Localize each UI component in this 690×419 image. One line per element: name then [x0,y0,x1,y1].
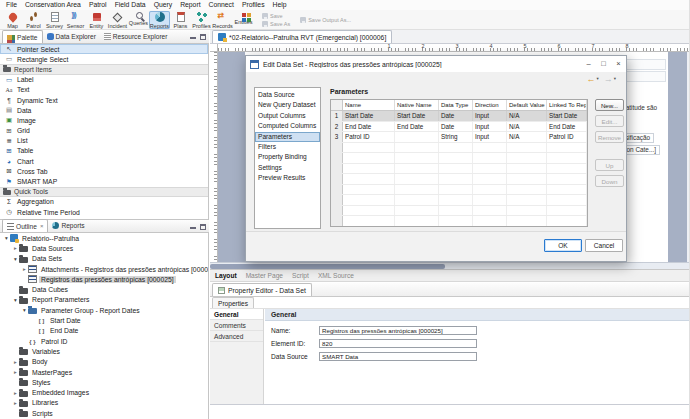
field-value-input[interactable]: SMART Data [319,352,477,361]
toolbar-incident-button[interactable]: Incident [107,11,128,29]
palette-item-cross-tab[interactable]: Cross Tab [0,166,208,176]
property-category-comments[interactable]: Comments [210,320,263,331]
tab-palette[interactable]: Palette [2,30,43,43]
forward-arrow-icon[interactable] [604,74,613,84]
dialog-ok-button[interactable]: OK [544,239,582,252]
toolbar-map-button[interactable]: Map [2,11,23,29]
menu-field-data[interactable]: Field Data [111,0,150,10]
dialog-down-button[interactable]: Down [595,175,624,187]
toolbar-profiles-button[interactable]: Profiles [191,11,212,29]
palette-item-aggregation[interactable]: Aggregation [0,197,208,207]
minimize-view-icon[interactable] [190,224,196,230]
property-category-general[interactable]: General [210,309,263,320]
palette-item-pointer-select[interactable]: Pointer Select [0,44,208,54]
field-value-input[interactable]: 820 [319,339,477,348]
dialog-new-button[interactable]: New... [595,99,624,111]
tree-item-libraries[interactable]: Libraries [0,398,208,408]
palette-item-relative-time-period[interactable]: Relative Time Period [0,207,208,217]
collapse-arrow-icon[interactable] [12,256,19,262]
tab-xml-source[interactable]: XML Source [318,272,354,279]
palette-item-list[interactable]: List [0,136,208,146]
tree-item-relat-rio-patrulha[interactable]: Relatório--Patrulha [0,233,208,243]
toolbar-queries-button[interactable]: Queries [128,11,149,29]
dialog-title-bar[interactable]: Edit Data Set - Registros das pressões a… [246,56,626,72]
dialog-edit-button[interactable]: Edit... [595,115,624,127]
palette-item-chart[interactable]: Chart [0,156,208,166]
palette-item-image[interactable]: Image [0,115,208,125]
parameter-row[interactable]: 3Patrol IDStringInputN/APatrol ID [331,132,587,143]
menu-help[interactable]: Help [269,0,291,10]
palette-item-dynamic-text[interactable]: Dynamic Text [0,95,208,105]
dialog-nav-filters[interactable]: Filters [255,142,320,152]
tree-item-embedded-images[interactable]: Embedded Images [0,387,208,397]
tree-item-patrol-id[interactable]: Patrol ID [0,336,208,346]
toolbar-reports-button[interactable]: Reports [149,11,170,29]
property-category-advanced[interactable]: Advanced [210,331,263,342]
collapse-arrow-icon[interactable] [3,235,10,241]
menu-conservation-area[interactable]: Conservation Area [21,0,85,10]
palette-item-text[interactable]: Text [0,85,208,95]
tree-item-scripts[interactable]: Scripts [0,408,208,418]
menu-connect[interactable]: Connect [205,0,238,10]
tree-item-end-date[interactable]: End Date [0,326,208,336]
back-dropdown-icon[interactable] [596,76,598,81]
toolbar-patrol-button[interactable]: Patrol [23,11,44,29]
menu-file[interactable]: File [2,0,21,10]
toolbar-survey-button[interactable]: Survey [44,11,65,29]
tab-script[interactable]: Script [292,272,309,279]
forward-dropdown-icon[interactable] [614,76,616,81]
toolbar-save-output-as-button[interactable]: Save Output As... [300,11,351,29]
palette-item-smart-map[interactable]: SMART MAP [0,176,208,186]
tree-item-styles[interactable]: Styles [0,377,208,387]
tab-reports[interactable]: Reports [48,219,88,232]
canvas-horizontal-scrollbar[interactable] [210,262,690,269]
dialog-nav-output-columns[interactable]: Output Columns [255,111,320,121]
palette-item-data[interactable]: Data [0,105,208,115]
toolbar-save-as-button[interactable]: Save As [262,21,290,27]
tree-item-variables[interactable]: Variables [0,346,208,356]
toolbar-sensor-button[interactable]: Sensor [65,11,86,29]
palette-item-rectangle-select[interactable]: Rectangle Select [0,54,208,64]
toolbar-save-button[interactable]: Save [262,13,290,19]
dialog-nav-parameters[interactable]: Parameters [255,132,320,142]
tab-master-page[interactable]: Master Page [246,272,283,279]
maximize-view-icon[interactable] [200,224,206,230]
tab-properties[interactable]: Properties [212,297,254,308]
palette-item-table[interactable]: Table [0,146,208,156]
collapse-arrow-icon[interactable] [21,307,28,313]
dialog-nav-data-source[interactable]: Data Source [255,90,320,100]
parameter-row[interactable]: 2End DateEnd DateDateInputN/AEnd Date [331,122,587,133]
tree-item-registros-das-press-es-antr-picas-000025[interactable]: Registros das pressões antrópicas [00002… [0,274,208,284]
close-tab-icon[interactable] [40,223,44,229]
dialog-nav-property-binding[interactable]: Property Binding [255,152,320,162]
expand-arrow-icon[interactable] [21,266,28,272]
expand-arrow-icon[interactable] [12,390,19,396]
dialog-nav-computed-columns[interactable]: Computed Columns [255,121,320,131]
dialog-maximize-button[interactable]: □ [596,56,611,72]
minimize-view-icon[interactable] [190,34,196,40]
expand-arrow-icon[interactable] [12,369,19,375]
property-editor-tab[interactable]: Property Editor - Data Set [212,283,312,296]
dialog-up-button[interactable]: Up [595,159,624,171]
tree-item-data-cubes[interactable]: Data Cubes [0,284,208,294]
maximize-view-icon[interactable] [200,34,206,40]
dialog-remove-button[interactable]: Remove [595,131,624,143]
collapse-arrow-icon[interactable] [12,297,19,303]
menu-profiles[interactable]: Profiles [238,0,269,10]
expand-arrow-icon[interactable] [12,400,19,406]
palette-item-label[interactable]: Label [0,75,208,85]
toolbar-entity-button[interactable]: Entity [86,11,107,29]
expand-arrow-icon[interactable] [12,245,19,251]
toolbar-plans-button[interactable]: Plans [170,11,191,29]
back-arrow-icon[interactable] [586,74,595,84]
editor-tab-report[interactable]: *02-Relatório--Patrulha RVT (Emergencial… [212,30,392,43]
palette-item-grid[interactable]: Grid [0,126,208,136]
tree-item-body[interactable]: Body [0,357,208,367]
tree-item-parameter-group-report-dates[interactable]: Parameter Group - Report Dates [0,305,208,315]
field-value-input[interactable]: Registros das pressões antrópicas [00002… [319,326,477,335]
dialog-nav-preview-results[interactable]: Preview Results [255,173,320,183]
toolbar-entities-button[interactable]: Entities [233,11,254,29]
tab-outline[interactable]: Outline [2,219,48,232]
tab-layout[interactable]: Layout [215,272,237,279]
dialog-minimize-button[interactable]: – [581,56,596,72]
